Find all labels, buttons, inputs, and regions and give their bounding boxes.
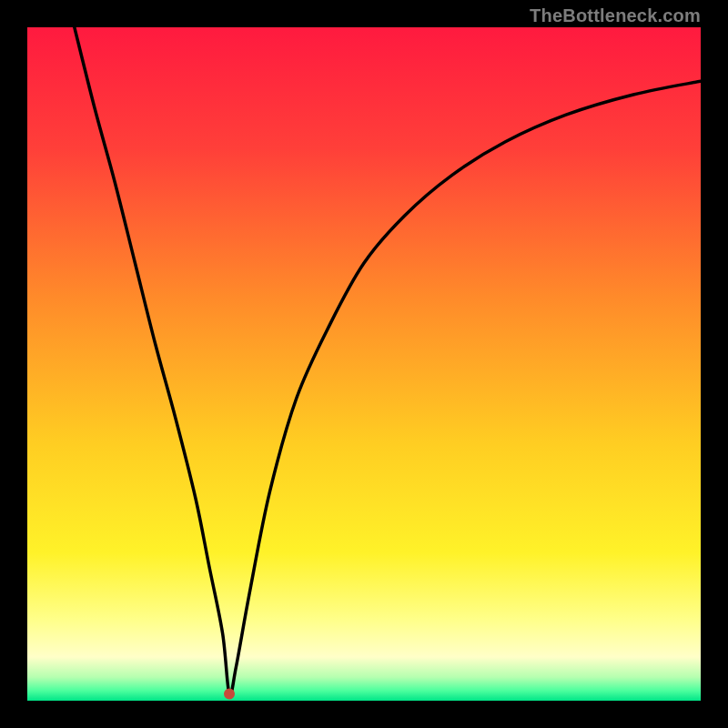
optimal-point-marker	[224, 689, 235, 700]
bottleneck-curve	[27, 27, 701, 701]
plot-area	[27, 27, 701, 701]
watermark-text: TheBottleneck.com	[530, 5, 701, 26]
chart-frame: TheBottleneck.com	[0, 0, 728, 728]
